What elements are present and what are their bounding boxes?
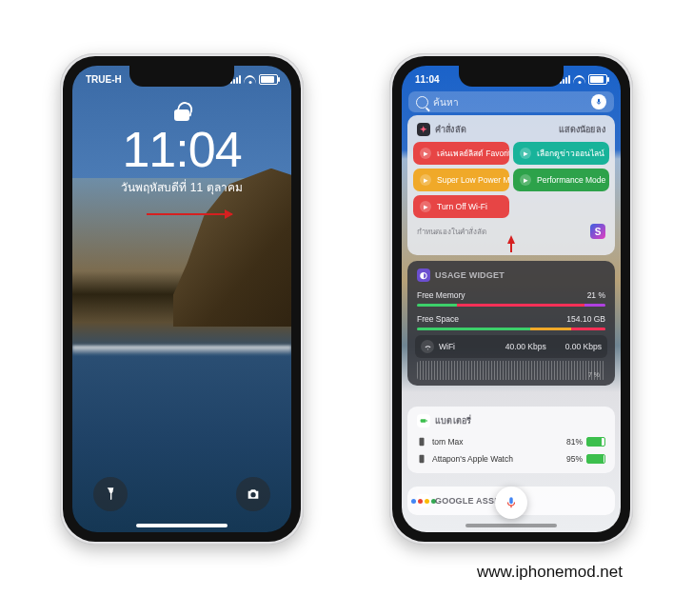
credit-label: www.iphonemod.net [477, 563, 623, 582]
google-assistant-icon [417, 494, 430, 507]
battery-icon [586, 454, 605, 464]
shortcut-label: เลือกดูข่าวออนไลน์ [537, 147, 604, 160]
shortcut-label: Super Low Power M... [437, 175, 509, 185]
shortcuts-title: คำสั่งลัด [435, 123, 466, 136]
battery-row: Attapon's Apple Watch95% [413, 450, 609, 467]
notch [129, 66, 234, 87]
batteries-icon [417, 414, 430, 427]
battery-icon [588, 74, 607, 85]
battery-icon [259, 74, 278, 85]
shortcut-tile[interactable]: ▸Turn Off Wi-Fi [413, 195, 509, 218]
svg-rect-2 [420, 438, 425, 446]
dictation-button[interactable] [591, 94, 606, 109]
assistant-mic-button[interactable] [495, 487, 527, 519]
shortcut-label: Turn Off Wi-Fi [437, 202, 487, 211]
search-placeholder: ค้นหา [433, 95, 591, 109]
wifi-up-value: 40.00 Kbps [505, 342, 546, 351]
notch [459, 66, 564, 87]
lock-unlocked-icon [174, 102, 189, 121]
usage-title: USAGE WIDGET [435, 270, 505, 280]
shortcut-tile[interactable]: ▸Super Low Power M... [413, 169, 509, 191]
shortcut-tile[interactable]: ▸Performance Mode [513, 169, 609, 191]
shortcut-tile[interactable]: ▸เลือกดูข่าวออนไลน์ [513, 142, 609, 165]
shortcuts-app-icon: ✦ [417, 123, 430, 136]
device-name: tom Max [432, 437, 464, 447]
wave-pct: 7 % [588, 371, 600, 378]
device-icon [417, 453, 426, 465]
free-memory-value: 21 % [587, 290, 605, 300]
shortcut-tile[interactable]: ▸เล่นเพลย์ลิสต์ Favorite... [413, 142, 509, 165]
flashlight-button[interactable] [93, 477, 128, 511]
wifi-icon [421, 340, 434, 353]
search-icon [416, 96, 428, 109]
shortcut-icon: ▸ [520, 148, 531, 159]
free-memory-bar [417, 304, 605, 307]
annotation-arrow-icon [147, 213, 232, 215]
shortcut-icon: ▸ [420, 174, 431, 186]
wifi-icon [573, 75, 585, 84]
shortcut-icon: ▸ [520, 174, 531, 186]
wifi-label: WiFi [439, 342, 455, 351]
wifi-waveform: 7 % [417, 361, 605, 380]
battery-icon [586, 437, 605, 447]
svg-rect-3 [420, 455, 425, 463]
status-time: 11:04 [415, 74, 440, 85]
shortcut-label: เล่นเพลย์ลิสต์ Favorite... [437, 147, 509, 160]
shortcut-label: Performance Mode [537, 175, 605, 185]
usage-app-icon: ◐ [417, 268, 430, 282]
device-name: Attapon's Apple Watch [432, 454, 513, 464]
search-input[interactable]: ค้นหา [408, 91, 614, 112]
battery-pct: 95% [566, 454, 583, 464]
free-space-label: Free Space [417, 314, 459, 324]
free-memory-label: Free Memory [417, 290, 465, 300]
batteries-widget: แบตเตอรี่ tom Max81%Attapon's Apple Watc… [407, 407, 615, 473]
shortcuts-widget: ✦ คำสั่งลัด แสดงน้อยลง ▸เล่นเพลย์ลิสต์ F… [407, 115, 615, 255]
batteries-title: แบตเตอรี่ [435, 414, 471, 427]
battery-row: tom Max81% [413, 433, 609, 450]
shortcuts-launch-icon[interactable]: S [590, 224, 605, 239]
usage-widget: ◐ USAGE WIDGET Free Memory 21 % Free Spa… [407, 261, 615, 386]
create-shortcut-hint: กำหนดเองในคำสั่งลัด [417, 226, 486, 238]
annotation-arrow-icon [507, 235, 515, 244]
shortcut-icon: ▸ [420, 148, 431, 159]
svg-rect-0 [421, 419, 426, 422]
show-less-button[interactable]: แสดงน้อยลง [559, 123, 605, 136]
shortcut-icon: ▸ [420, 201, 431, 212]
home-indicator[interactable] [465, 524, 557, 527]
phone-right: 11:04 ค้นหา ✦ คำสั่งลั [389, 53, 633, 545]
camera-button[interactable] [236, 477, 270, 511]
lock-time: 11:04 [72, 125, 291, 174]
device-icon [417, 436, 426, 447]
lock-date: วันพฤหัสบดีที่ 11 ตุลาคม [72, 178, 291, 196]
svg-rect-1 [426, 420, 427, 422]
home-indicator[interactable] [136, 524, 228, 527]
free-space-bar [417, 328, 605, 330]
free-space-value: 154.10 GB [566, 314, 605, 324]
wifi-down-value: 0.00 Kbps [565, 342, 602, 351]
wifi-icon [244, 75, 256, 84]
battery-pct: 81% [566, 437, 583, 447]
wifi-usage-row: WiFi 40.00 Kbps 0.00 Kbps [415, 335, 607, 358]
phone-left: TRUE-H 11:04 วันพฤหัสบดีที่ 11 ตุลาคม [60, 53, 304, 545]
carrier-label: TRUE-H [86, 74, 122, 85]
